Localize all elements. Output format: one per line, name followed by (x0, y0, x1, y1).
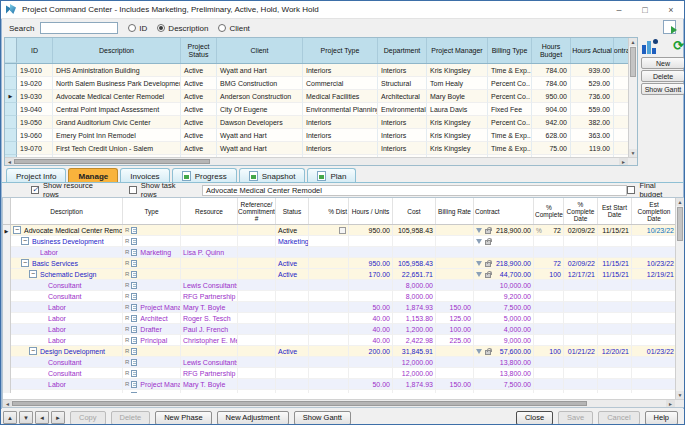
column-header-billing-type[interactable]: Billing Type (488, 38, 532, 63)
resource-flag-icon[interactable]: R (125, 315, 129, 321)
detail-column-est-completion[interactable]: Est Completion Date (632, 198, 677, 224)
resource-flag-icon[interactable]: R (125, 282, 129, 288)
lock-icon[interactable] (485, 262, 491, 267)
resource-flag-icon[interactable]: R (125, 337, 129, 343)
notes-icon[interactable] (131, 337, 137, 344)
radio-description[interactable]: Description (157, 24, 208, 33)
notes-icon[interactable] (131, 348, 137, 355)
detail-row[interactable]: ▶ − Consultant R RFG Partnership 8,000.0… (3, 291, 684, 302)
percent-icon[interactable]: % (536, 227, 542, 234)
column-header-client[interactable]: Client (217, 38, 303, 63)
collapse-icon[interactable]: − (13, 226, 21, 234)
new-phase-button[interactable]: New Phase (155, 411, 211, 425)
detail-column-cost[interactable]: Cost (393, 198, 436, 224)
resource-flag-icon[interactable]: R (125, 260, 129, 266)
notes-icon[interactable] (131, 293, 137, 300)
copy-button[interactable]: Copy (70, 411, 106, 425)
radio-id[interactable]: ID (128, 24, 147, 33)
save-button[interactable]: Save (558, 411, 593, 425)
row-gutter[interactable]: ▶ (5, 90, 17, 103)
dist-checkbox-icon[interactable] (339, 227, 346, 234)
detail-column-contract[interactable]: Contract (474, 198, 534, 224)
notes-icon[interactable] (131, 381, 137, 388)
resource-flag-icon[interactable]: R (125, 238, 129, 244)
detail-row[interactable]: ▶ − Labor R Architect Roger S. Tesch 40.… (3, 313, 684, 324)
detail-row[interactable]: ▶ − Labor R Drafter Paul J. French 40.00… (3, 324, 684, 335)
column-header-department[interactable]: Department (378, 38, 427, 63)
detail-row-gutter[interactable]: ▶ (3, 390, 11, 393)
row-gutter[interactable]: ▶ (5, 116, 17, 129)
resource-flag-icon[interactable]: R (125, 249, 129, 255)
notes-icon[interactable] (131, 304, 137, 311)
scroll-up-icon[interactable]: ▲ (629, 38, 637, 46)
column-header-project-type[interactable]: Project Type (303, 38, 378, 63)
collapse-icon[interactable]: − (29, 347, 37, 355)
project-row[interactable]: ▶ 19-070 First Tech Credit Union - Salem… (5, 142, 637, 155)
detail-row[interactable]: ▶ − Consultant R Lewis Consultants 8,000… (3, 280, 684, 291)
resource-flag-icon[interactable]: R (125, 359, 129, 365)
refresh-icon[interactable]: ⟳ (673, 39, 684, 54)
detail-column-status[interactable]: Status (276, 198, 309, 224)
lock-icon[interactable] (485, 273, 491, 278)
row-gutter[interactable]: ▶ (5, 77, 17, 90)
detail-row-gutter[interactable]: ▶ (3, 324, 11, 335)
maximize-icon[interactable]: □ (632, 1, 658, 18)
cancel-button[interactable]: Cancel (598, 411, 639, 425)
show-gantt-bottom-button[interactable]: Show Gantt (294, 411, 351, 425)
detail-row-gutter[interactable]: ▶ (3, 269, 11, 280)
detail-row-gutter[interactable]: ▶ (3, 225, 11, 236)
project-row[interactable]: ▶ 19-030 Advocate Medical Center Remodel… (5, 90, 637, 103)
nav-previous-button[interactable]: ◄ (35, 411, 49, 424)
tab-snapshot[interactable]: Snapshot (239, 168, 306, 183)
notes-icon[interactable] (131, 359, 137, 366)
lock-icon[interactable] (485, 350, 491, 355)
project-row[interactable]: ▶ 19-050 Grand Auditorium Civic Center A… (5, 116, 637, 129)
window-close-icon[interactable]: × (658, 1, 684, 18)
hscroll-thumb[interactable] (14, 159, 210, 164)
minimize-icon[interactable]: – (606, 1, 632, 18)
project-row[interactable]: ▶ 19-020 North Salem Business Park Devel… (5, 77, 637, 90)
filter-icon[interactable] (476, 261, 482, 266)
detail-row[interactable]: ▶ − Business Development R Marketing % (3, 236, 684, 247)
detail-column-dist[interactable]: % Dist (309, 198, 349, 224)
vscroll-thumb[interactable] (677, 207, 683, 241)
detail-row-gutter[interactable]: ▶ (3, 247, 11, 258)
show-gantt-button[interactable]: Show Gantt (641, 83, 685, 95)
detail-vscrollbar[interactable]: ▲ ▼ (675, 198, 684, 399)
resource-flag-icon[interactable]: R (125, 392, 129, 393)
detail-row-gutter[interactable]: ▶ (3, 357, 11, 368)
detail-column-description[interactable]: Description (11, 198, 123, 224)
detail-row[interactable]: ▶ − Basic Services R Active 950.00 105,9… (3, 258, 684, 269)
notes-icon[interactable] (131, 326, 137, 333)
column-header-hours-actual[interactable]: Hours Actual (571, 38, 614, 63)
detail-row[interactable]: ▶ − Labor R Principal Christopher E. Me.… (3, 335, 684, 346)
detail-row-gutter[interactable]: ▶ (3, 368, 11, 379)
projects-vscrollbar[interactable]: ▲ ▼ (628, 38, 637, 157)
row-gutter[interactable]: ▶ (5, 103, 17, 116)
resource-flag-icon[interactable]: R (125, 348, 129, 354)
lock-icon[interactable] (485, 240, 491, 245)
resource-flag-icon[interactable]: R (125, 370, 129, 376)
notes-icon[interactable] (131, 260, 137, 267)
scroll-left-icon[interactable]: ◄ (3, 400, 12, 407)
notes-icon[interactable] (131, 249, 137, 256)
detail-row-gutter[interactable]: ▶ (3, 258, 11, 269)
delete-button[interactable]: Delete (641, 70, 685, 82)
detail-column-type[interactable]: Type (123, 198, 181, 224)
delete-row-button[interactable]: Delete (111, 411, 151, 425)
column-header-hours-budget[interactable]: Hours Budget (532, 38, 571, 63)
column-header-id[interactable]: ID (17, 38, 53, 63)
detail-column-est-start[interactable]: Est Start Date (598, 198, 632, 224)
radio-client[interactable]: Client (218, 24, 249, 33)
notes-icon[interactable] (131, 392, 137, 394)
filter-icon[interactable] (476, 239, 482, 244)
project-row[interactable]: ▶ 19-040 Central Point Impact Assessment… (5, 103, 637, 116)
detail-column-complete-date[interactable]: % Complete Date (564, 198, 598, 224)
collapse-icon[interactable]: − (21, 237, 29, 245)
detail-row[interactable]: ▶ − Design Development R Active 200.00 3… (3, 346, 684, 357)
detail-row-gutter[interactable]: ▶ (3, 313, 11, 324)
close-button[interactable]: Close (516, 411, 553, 425)
detail-column-reference[interactable]: Reference/ Commitment # (238, 198, 276, 224)
filter-icon[interactable] (476, 272, 482, 277)
resource-flag-icon[interactable]: R (125, 227, 129, 233)
